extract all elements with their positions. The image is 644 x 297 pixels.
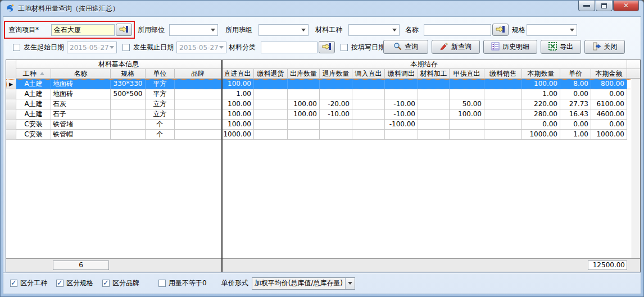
- grid-cell[interactable]: 8.00: [560, 79, 591, 89]
- history-detail-button[interactable]: 历史明细: [483, 40, 537, 54]
- checkbox-区分品牌[interactable]: [102, 280, 110, 287]
- grid-cell[interactable]: 1.00: [221, 89, 254, 99]
- grid-cell[interactable]: [484, 79, 522, 89]
- column-header-1[interactable]: 名称: [51, 69, 111, 78]
- grid-cell[interactable]: [320, 89, 352, 99]
- grid-cell[interactable]: [352, 79, 385, 89]
- grid-cell[interactable]: [418, 120, 450, 130]
- grid-cell[interactable]: 立方: [146, 99, 175, 109]
- grid-cell[interactable]: 0.00: [591, 120, 627, 130]
- title-bar[interactable]: 工地材料用量查询（按用途汇总） ✕: [1, 1, 643, 16]
- column-header-10[interactable]: 缴料调出: [385, 69, 418, 78]
- start-date-combo[interactable]: 2015-05-27: [67, 42, 117, 53]
- grid-cell[interactable]: 1.00: [522, 89, 560, 99]
- grid-corner-cell[interactable]: [6, 60, 16, 79]
- table-row[interactable]: A土建地面砖500*500平方1.001.000.000.00: [6, 89, 640, 99]
- grid-cell[interactable]: [254, 99, 288, 109]
- grid-cell[interactable]: 330*330: [111, 79, 146, 89]
- grid-cell[interactable]: [175, 99, 221, 109]
- grid-cell[interactable]: A土建: [16, 89, 51, 99]
- grid-cell[interactable]: 500*500: [111, 89, 146, 99]
- grid-cell[interactable]: C安装: [16, 120, 51, 130]
- grid-cell[interactable]: [320, 120, 352, 130]
- table-row[interactable]: A土建石灰立方100.00100.00-20.00-10.0050.00220.…: [6, 99, 640, 109]
- column-header-4[interactable]: 品牌: [175, 69, 221, 78]
- checkbox-区分工种[interactable]: [10, 280, 17, 287]
- column-header-15[interactable]: 单价: [560, 69, 591, 78]
- grid-cell[interactable]: 1000.00: [221, 130, 254, 140]
- grid-cell[interactable]: [450, 120, 484, 130]
- used-part-combo[interactable]: [169, 24, 218, 36]
- grid-cell[interactable]: 100.00: [221, 99, 254, 109]
- grid-cell[interactable]: 4600.00: [591, 109, 627, 120]
- grid-cell[interactable]: 6100.00: [591, 99, 627, 109]
- table-row[interactable]: ▶A土建地面砖330*330平方100.00100.008.00800.00: [6, 79, 640, 89]
- table-row[interactable]: C安装铁管帽个1000.001000.001.001000.00: [6, 130, 640, 140]
- grid-cell[interactable]: 280.00: [522, 109, 560, 120]
- table-row[interactable]: C安装铁管堵个100.00-100.000.000.000.00: [6, 120, 640, 130]
- grid-cell[interactable]: [418, 89, 450, 99]
- column-header-14[interactable]: 本期数量: [522, 69, 560, 78]
- grid-cell[interactable]: -10.00: [320, 109, 352, 120]
- grid-cell[interactable]: [418, 79, 450, 89]
- grid-cell[interactable]: [254, 109, 288, 120]
- grid-cell[interactable]: 地面砖: [51, 79, 111, 89]
- column-header-7[interactable]: 出库数量: [288, 69, 320, 78]
- checkbox-用量不等于0[interactable]: [158, 280, 166, 287]
- grid-cell[interactable]: [484, 130, 522, 140]
- grid-cell[interactable]: [352, 99, 385, 109]
- new-query-button[interactable]: 新查询: [432, 40, 480, 54]
- grid-cell[interactable]: 100.00: [288, 99, 320, 109]
- grid-cell[interactable]: A土建: [16, 109, 51, 120]
- grid-cell[interactable]: [288, 130, 320, 140]
- grid-cell[interactable]: 50.00: [450, 99, 484, 109]
- grid-cell[interactable]: [484, 120, 522, 130]
- name-picker-button[interactable]: [492, 24, 509, 36]
- grid-cell[interactable]: [175, 79, 221, 89]
- grid-cell[interactable]: [385, 79, 418, 89]
- grid-cell[interactable]: 800.00: [591, 79, 627, 89]
- column-header-8[interactable]: 退库数量: [320, 69, 352, 78]
- grid-cell[interactable]: [418, 109, 450, 120]
- column-header-13[interactable]: 缴料销售: [484, 69, 522, 78]
- grid-cell[interactable]: [288, 120, 320, 130]
- grid-cell[interactable]: 石子: [51, 109, 111, 120]
- name-input[interactable]: [424, 24, 491, 36]
- by-fill-date-checkbox[interactable]: [341, 44, 348, 51]
- column-header-16[interactable]: 本期金额: [591, 69, 627, 78]
- grid-cell[interactable]: [352, 109, 385, 120]
- grid-cell[interactable]: [254, 79, 288, 89]
- grid-cell[interactable]: 100.00: [288, 109, 320, 120]
- grid-cell[interactable]: 平方: [146, 89, 175, 99]
- grid-cell[interactable]: [385, 89, 418, 99]
- grid-cell[interactable]: 100.00: [450, 109, 484, 120]
- grid-cell[interactable]: 0.00: [560, 89, 591, 99]
- grid-cell[interactable]: 立方: [146, 109, 175, 120]
- grid-cell[interactable]: [288, 89, 320, 99]
- export-button[interactable]: 导出: [541, 40, 581, 54]
- row-selector[interactable]: ▶: [6, 79, 16, 89]
- grid-cell[interactable]: -100.00: [385, 120, 418, 130]
- row-selector[interactable]: [6, 99, 16, 109]
- grid-cell[interactable]: A土建: [16, 99, 51, 109]
- grid-cell[interactable]: [320, 79, 352, 89]
- row-selector[interactable]: [6, 89, 16, 99]
- grid-cell[interactable]: 地面砖: [51, 89, 111, 99]
- column-header-5[interactable]: 直进直出: [221, 69, 254, 78]
- grid-cell[interactable]: -10.00: [385, 109, 418, 120]
- grid-cell[interactable]: 1000.00: [591, 130, 627, 140]
- grid-cell[interactable]: 100.00: [221, 109, 254, 120]
- column-header-6[interactable]: 缴料退货: [254, 69, 288, 78]
- grid-cell[interactable]: 1.00: [560, 130, 591, 140]
- grid-cell[interactable]: [484, 109, 522, 120]
- grid-cell[interactable]: 个: [146, 120, 175, 130]
- end-date-checkbox[interactable]: [123, 44, 130, 51]
- query-project-input[interactable]: 金石大厦: [51, 24, 115, 36]
- grid-cell[interactable]: [352, 89, 385, 99]
- grid-cell[interactable]: [418, 99, 450, 109]
- grid-cell[interactable]: [254, 120, 288, 130]
- grid-cell[interactable]: [484, 89, 522, 99]
- grid-cell[interactable]: [450, 79, 484, 89]
- grid-cell[interactable]: 0.00: [560, 120, 591, 130]
- grid-cell[interactable]: [450, 89, 484, 99]
